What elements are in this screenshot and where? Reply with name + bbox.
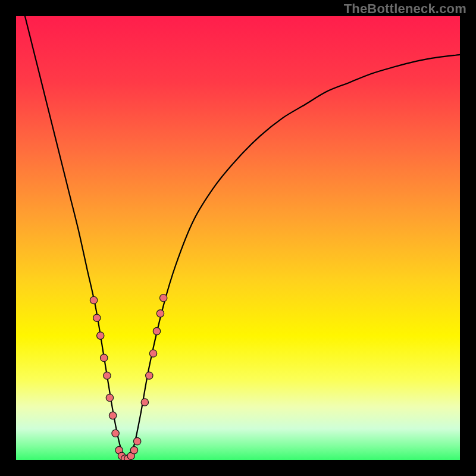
curve-marker — [149, 350, 156, 357]
curve-marker — [130, 446, 137, 453]
curve-marker — [104, 372, 111, 379]
watermark-text: TheBottleneck.com — [344, 1, 466, 17]
curve-marker — [97, 332, 104, 339]
curve-marker — [153, 327, 160, 334]
curve-marker — [112, 430, 119, 437]
curve-marker — [141, 399, 148, 406]
chart-svg — [16, 16, 460, 460]
curve-marker — [146, 372, 153, 379]
bottleneck-curve — [25, 16, 460, 460]
curve-marker — [101, 354, 108, 361]
curve-marker — [159, 295, 167, 302]
curve-marker — [90, 296, 97, 303]
curve-marker — [156, 310, 164, 317]
plot-area — [16, 16, 460, 460]
curve-marker — [93, 314, 101, 321]
curve-marker — [109, 412, 116, 419]
curve-marker — [106, 394, 113, 401]
frame: TheBottleneck.com — [0, 0, 476, 476]
curve-markers — [90, 295, 167, 460]
curve-marker — [133, 437, 140, 444]
